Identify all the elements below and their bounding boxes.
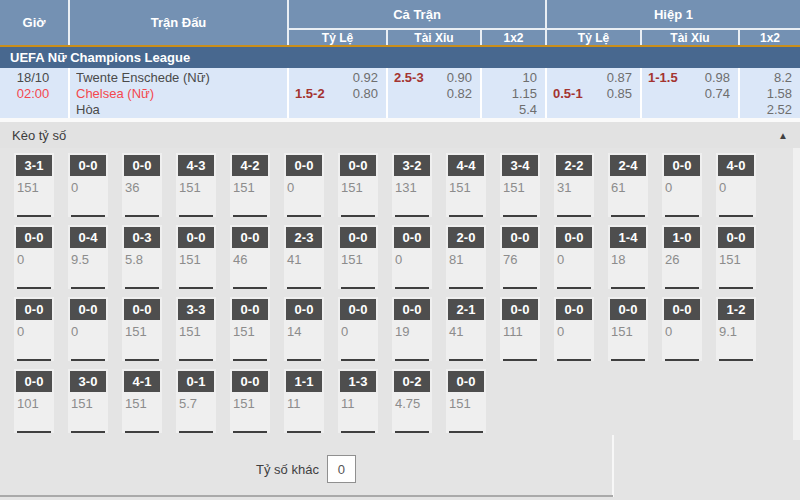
score-cell[interactable]: 4-4151: [446, 153, 486, 217]
score-cell[interactable]: 0-0151: [230, 369, 270, 433]
scrollbar-track[interactable]: [793, 148, 800, 440]
score-odds: 76: [500, 248, 540, 267]
ft-1x2-home[interactable]: 10: [523, 70, 537, 85]
score-cell[interactable]: 0-00: [662, 153, 702, 217]
label: 1x2: [503, 31, 523, 45]
away-team[interactable]: Chelsea (Nữ): [76, 86, 279, 102]
score-cell[interactable]: 0-0151: [338, 153, 378, 217]
score-cell[interactable]: 0-046: [230, 225, 270, 289]
score-cell[interactable]: 0-076: [500, 225, 540, 289]
score-chip: 3-4: [502, 155, 538, 176]
score-cell[interactable]: 1-026: [662, 225, 702, 289]
score-chip: 2-1: [448, 299, 484, 320]
ft-under-odds[interactable]: 0.82: [447, 86, 472, 101]
score-cell[interactable]: 0-00: [14, 225, 54, 289]
betting-odds-screen: Giờ Trận Đấu Cả Trận Hiệp 1 Tỷ Lệ Tài Xỉ…: [0, 0, 800, 500]
score-cell[interactable]: 0-0151: [608, 297, 648, 361]
score-chip: 0-0: [664, 299, 700, 320]
home-team[interactable]: Twente Enschede (Nữ): [76, 70, 279, 86]
score-chip: 4-1: [124, 371, 160, 392]
score-cell[interactable]: 2-341: [284, 225, 324, 289]
score-cell[interactable]: 1-418: [608, 225, 648, 289]
score-cell[interactable]: 0-0151: [338, 225, 378, 289]
score-cell[interactable]: 0-0101: [14, 369, 54, 433]
score-cell[interactable]: 0-00: [662, 297, 702, 361]
col-header-h1-over-under: Tài Xỉu: [640, 28, 738, 45]
ft-handicap-bottom-odds[interactable]: 0.80: [353, 86, 378, 102]
score-chip: 4-3: [178, 155, 214, 176]
score-cell[interactable]: 3-0151: [68, 369, 108, 433]
score-chip: 0-0: [16, 227, 52, 248]
score-cell[interactable]: 1-111: [284, 369, 324, 433]
other-score-box[interactable]: 0: [327, 455, 356, 483]
score-cell[interactable]: 4-00: [716, 153, 756, 217]
ft-1x2-draw[interactable]: 5.4: [519, 102, 537, 117]
ft-over-odds[interactable]: 0.90: [447, 70, 472, 86]
ft-1x2-away[interactable]: 1.15: [512, 86, 537, 101]
score-chip: 2-2: [556, 155, 592, 176]
score-cell[interactable]: 3-3151: [176, 297, 216, 361]
score-chip: 0-0: [286, 299, 322, 320]
h1-handicap-bottom-odds[interactable]: 0.85: [607, 86, 632, 102]
score-odds: 151: [608, 320, 648, 339]
score-cell[interactable]: 0-00: [68, 297, 108, 361]
score-cell[interactable]: 1-29.1: [716, 297, 756, 361]
h1-over-odds[interactable]: 0.98: [705, 70, 730, 86]
score-odds: 151: [338, 248, 378, 267]
score-chip: 0-0: [70, 155, 106, 176]
score-cell[interactable]: 4-1151: [122, 369, 162, 433]
col-header-ft-1x2: 1x2: [480, 28, 545, 45]
h1-under-odds[interactable]: 0.74: [705, 86, 730, 101]
h1-1x2-draw[interactable]: 2.52: [767, 102, 792, 117]
score-cell[interactable]: 0-15.7: [176, 369, 216, 433]
score-cell[interactable]: 2-461: [608, 153, 648, 217]
col-header-first-half-label: Hiệp 1: [654, 7, 693, 22]
h1-1x2-home[interactable]: 8.2: [774, 70, 792, 85]
score-cell[interactable]: 0-0111: [500, 297, 540, 361]
score-cell[interactable]: 0-00: [554, 225, 594, 289]
score-cell[interactable]: 3-4151: [500, 153, 540, 217]
score-cell[interactable]: 0-00: [554, 297, 594, 361]
score-cell[interactable]: 0-0151: [716, 225, 756, 289]
score-cell[interactable]: 0-49.5: [68, 225, 108, 289]
score-chip: 3-0: [70, 371, 106, 392]
score-cell[interactable]: 0-00: [284, 153, 324, 217]
col-header-h1-handicap: Tỷ Lệ: [545, 28, 640, 45]
score-cell[interactable]: 4-2151: [230, 153, 270, 217]
h1-handicap-top-odds[interactable]: 0.87: [607, 70, 632, 85]
score-chip: 0-0: [448, 371, 484, 392]
score-cell[interactable]: 2-231: [554, 153, 594, 217]
score-cell[interactable]: 3-2131: [392, 153, 432, 217]
bottom-divider: [0, 495, 613, 497]
score-cell[interactable]: 2-081: [446, 225, 486, 289]
score-cell[interactable]: 0-0151: [446, 369, 486, 433]
score-cell[interactable]: 3-1151: [14, 153, 54, 217]
col-header-match: Trận Đấu: [68, 0, 287, 45]
score-cell[interactable]: 0-35.8: [122, 225, 162, 289]
collapse-arrow-icon[interactable]: ▲: [778, 130, 788, 141]
content-edge-divider: [612, 435, 614, 497]
score-cell[interactable]: 4-3151: [176, 153, 216, 217]
score-odds: 0: [68, 176, 108, 195]
score-cell[interactable]: 0-0151: [176, 225, 216, 289]
score-cell[interactable]: 0-014: [284, 297, 324, 361]
score-odds: 151: [230, 392, 270, 411]
score-cell[interactable]: 2-141: [446, 297, 486, 361]
other-score-label: Tỷ số khác: [256, 462, 319, 477]
score-cell[interactable]: 0-036: [122, 153, 162, 217]
score-cell[interactable]: 0-00: [392, 225, 432, 289]
score-chip: 2-4: [610, 155, 646, 176]
score-cell[interactable]: 1-311: [338, 369, 378, 433]
score-cell[interactable]: 0-00: [14, 297, 54, 361]
score-odds: 0: [14, 320, 54, 339]
score-cell[interactable]: 0-0151: [122, 297, 162, 361]
score-cell[interactable]: 0-24.75: [392, 369, 432, 433]
score-cell[interactable]: 0-00: [68, 153, 108, 217]
h1-1x2-away[interactable]: 1.58: [767, 86, 792, 101]
score-cell[interactable]: 0-0151: [230, 297, 270, 361]
score-odds: 0: [284, 176, 324, 195]
correct-score-section-header[interactable]: Kèo tỷ số ▲: [0, 122, 800, 148]
ft-handicap-top-odds[interactable]: 0.92: [353, 70, 378, 85]
score-cell[interactable]: 0-019: [392, 297, 432, 361]
score-cell[interactable]: 0-00: [338, 297, 378, 361]
